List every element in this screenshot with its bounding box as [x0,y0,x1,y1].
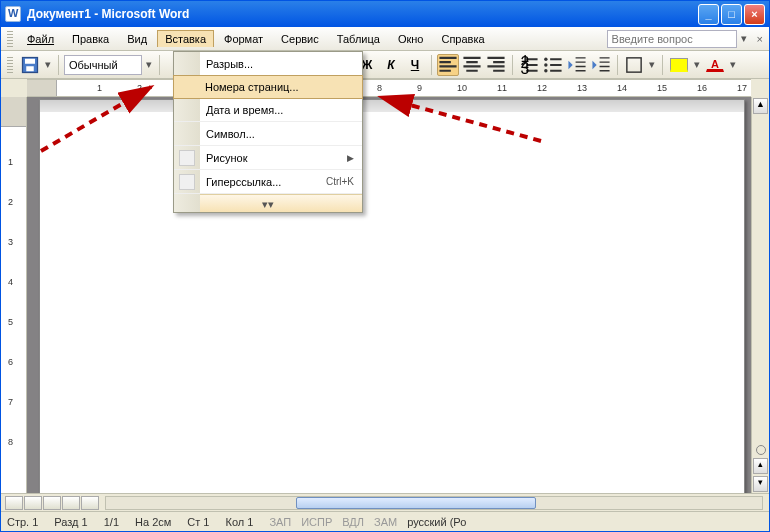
menu-item-hyperlink[interactable]: Гиперссылка... Ctrl+K [174,170,362,194]
align-center-button[interactable] [461,54,483,76]
formatting-toolbar: ▾ Обычный ▾ Ж К Ч 123 [1,51,769,79]
font-color-dropdown[interactable]: ▾ [728,58,738,71]
menu-tools[interactable]: Сервис [273,30,327,48]
decrease-indent-button[interactable] [566,54,588,76]
svg-rect-1 [25,58,35,63]
svg-rect-2 [26,66,34,71]
view-buttons [5,496,99,510]
browse-object-button[interactable] [756,445,766,455]
status-section: Разд 1 [54,516,87,528]
minimize-button[interactable]: _ [698,4,719,25]
svg-point-7 [544,63,547,66]
workspace: 1 2 3 4 5 6 7 8 ▲ ▴ ▾ [1,97,769,493]
picture-icon [179,150,195,166]
help-search-dropdown[interactable]: ▾ [739,32,749,45]
menu-expand-button[interactable]: ▾▾ [174,194,362,212]
align-left-button[interactable] [437,54,459,76]
toolbar-grip[interactable] [7,31,13,47]
highlight-button[interactable] [668,54,690,76]
document-area[interactable] [27,97,751,493]
status-col: Кол 1 [225,516,253,528]
save-dropdown[interactable]: ▾ [43,58,53,71]
menubar-close-icon[interactable]: × [757,33,763,45]
word-window: Документ1 - Microsoft Word _ □ × Файл Пр… [0,0,770,532]
window-title: Документ1 - Microsoft Word [27,7,698,21]
borders-button[interactable] [623,54,645,76]
menu-item-picture[interactable]: Рисунок ▶ [174,146,362,170]
borders-dropdown[interactable]: ▾ [647,58,657,71]
outline-view-button[interactable] [62,496,80,510]
style-selector[interactable]: Обычный [64,55,142,75]
status-lang: русский (Ро [407,516,466,528]
prev-page-button[interactable]: ▴ [753,458,768,474]
titlebar: Документ1 - Microsoft Word _ □ × [1,1,769,27]
vertical-ruler[interactable]: 1 2 3 4 5 6 7 8 [1,97,27,493]
menu-help[interactable]: Справка [433,30,492,48]
svg-text:3: 3 [520,59,529,74]
hyperlink-icon [179,174,195,190]
menu-table[interactable]: Таблица [329,30,388,48]
close-button[interactable]: × [744,4,765,25]
insert-menu-dropdown: Разрыв... Номера страниц... Дата и время… [173,51,363,213]
menu-format[interactable]: Формат [216,30,271,48]
style-dropdown[interactable]: ▾ [144,58,154,71]
menu-file[interactable]: Файл [19,30,62,48]
toolbar-grip[interactable] [7,57,13,73]
menu-window[interactable]: Окно [390,30,432,48]
save-button[interactable] [19,54,41,76]
increase-indent-button[interactable] [590,54,612,76]
reading-view-button[interactable] [81,496,99,510]
word-icon [5,6,21,22]
statusbar: Стр. 1 Разд 1 1/1 На 2см Ст 1 Кол 1 ЗАП … [1,511,769,531]
help-search-input[interactable] [607,30,737,48]
status-rec: ЗАП [269,516,291,528]
bullet-list-button[interactable] [542,54,564,76]
status-at: На 2см [135,516,171,528]
menu-edit[interactable]: Правка [64,30,117,48]
menu-item-date-time[interactable]: Дата и время... [174,98,362,122]
status-pages: 1/1 [104,516,119,528]
vertical-scrollbar[interactable]: ▲ ▴ ▾ [751,97,769,493]
numbered-list-button[interactable]: 123 [518,54,540,76]
submenu-arrow-icon: ▶ [347,153,354,163]
menu-item-page-numbers[interactable]: Номера страниц... [173,75,363,99]
svg-point-8 [544,69,547,72]
italic-button[interactable]: К [380,54,402,76]
menu-insert[interactable]: Вставка [157,30,214,47]
horizontal-scrollbar[interactable] [105,496,763,510]
scroll-track[interactable] [752,115,769,443]
font-color-button[interactable]: A [704,54,726,76]
menu-item-symbol[interactable]: Символ... [174,122,362,146]
horizontal-ruler[interactable]: 1 2 3 4 5 6 7 8 9 10 11 12 13 14 15 16 1… [27,79,751,97]
next-page-button[interactable]: ▾ [753,476,768,492]
status-page: Стр. 1 [7,516,38,528]
web-view-button[interactable] [24,496,42,510]
underline-button[interactable]: Ч [404,54,426,76]
align-right-button[interactable] [485,54,507,76]
status-ext: ВДЛ [342,516,364,528]
chevron-down-icon: ▾▾ [262,198,274,210]
print-view-button[interactable] [43,496,61,510]
menubar: Файл Правка Вид Вставка Формат Сервис Та… [1,27,769,51]
status-line: Ст 1 [187,516,209,528]
menu-item-break[interactable]: Разрыв... [174,52,362,76]
maximize-button[interactable]: □ [721,4,742,25]
view-and-hscroll-row [1,493,769,511]
page[interactable] [39,99,745,493]
highlight-dropdown[interactable]: ▾ [692,58,702,71]
scroll-up-button[interactable]: ▲ [753,98,768,114]
menu-view[interactable]: Вид [119,30,155,48]
normal-view-button[interactable] [5,496,23,510]
page-header-band [40,100,744,112]
ruler-row: 1 2 3 4 5 6 7 8 9 10 11 12 13 14 15 16 1… [1,79,769,97]
status-ovr: ЗАМ [374,516,397,528]
hscroll-thumb[interactable] [296,497,536,509]
status-fix: ИСПР [301,516,332,528]
svg-rect-9 [627,57,641,71]
svg-point-6 [544,57,547,60]
